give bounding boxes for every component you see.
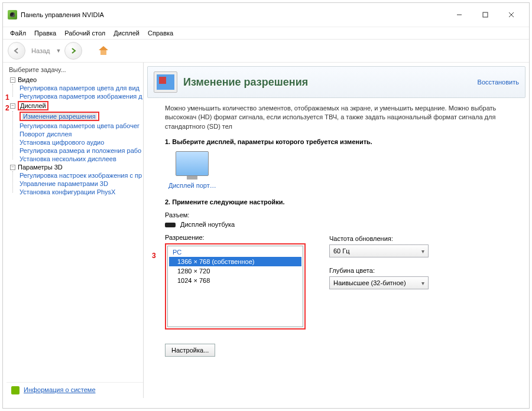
minimize-button[interactable] bbox=[446, 6, 472, 23]
connector-value: Дисплей ноутбука bbox=[180, 221, 235, 228]
display-name-label: Дисплей порт… bbox=[168, 182, 216, 189]
tree-collapse-icon[interactable]: − bbox=[10, 77, 15, 83]
svg-rect-0 bbox=[483, 12, 488, 17]
nav-forward-button[interactable] bbox=[64, 42, 82, 60]
refresh-label: Частота обновления: bbox=[329, 235, 429, 242]
color-depth-combo[interactable]: Наивысшее (32-битное) bbox=[329, 276, 429, 289]
content-area: Изменение разрешения Восстановить Можно … bbox=[144, 63, 529, 398]
menu-display[interactable]: Дисплей bbox=[113, 30, 140, 37]
content-header: Изменение разрешения Восстановить bbox=[147, 66, 525, 98]
toolbar: Назад ▼ bbox=[3, 39, 529, 63]
tree-item[interactable]: Регулировка размера и положения рабо bbox=[20, 146, 143, 155]
step2-heading: 2. Примените следующие настройки. bbox=[165, 198, 514, 206]
tree-collapse-icon[interactable]: − bbox=[10, 103, 15, 109]
menu-desktop[interactable]: Рабочий стол bbox=[64, 30, 105, 37]
connector-label: Разъем: bbox=[165, 211, 514, 218]
tree-item[interactable]: Установка цифрового аудио bbox=[20, 138, 143, 146]
tree-item[interactable]: Поворот дисплея bbox=[20, 130, 143, 138]
restore-link[interactable]: Восстановить bbox=[478, 79, 519, 86]
callout-3: 3 bbox=[152, 252, 156, 260]
sidebar: Выберите задачу... 1 2 − Видео Регулиров… bbox=[3, 63, 144, 398]
tree-item[interactable]: Управление параметрами 3D bbox=[20, 180, 143, 188]
tree-display[interactable]: − Дисплей bbox=[10, 100, 143, 111]
callout-2: 2 bbox=[5, 104, 9, 112]
nvidia-icon bbox=[8, 10, 17, 19]
customize-button[interactable]: Настройка... bbox=[165, 344, 215, 357]
header-monitor-icon bbox=[154, 71, 177, 93]
connector-icon bbox=[165, 223, 176, 227]
select-task-label: Выберите задачу... bbox=[7, 65, 143, 74]
tree-item[interactable]: Регулировка параметров цвета рабочег bbox=[20, 122, 143, 130]
step1-heading: 1. Выберите дисплей, параметры которого … bbox=[165, 138, 514, 145]
callout-1: 1 bbox=[5, 93, 9, 102]
menu-file[interactable]: Файл bbox=[10, 30, 26, 37]
display-thumbnail[interactable]: Дисплей порт… bbox=[168, 151, 216, 189]
close-button[interactable] bbox=[498, 6, 524, 23]
nav-history-dropdown[interactable]: ▼ bbox=[56, 48, 61, 54]
home-icon[interactable] bbox=[98, 45, 109, 57]
description-text: Можно уменьшить количество элементов, от… bbox=[147, 98, 525, 133]
resolution-label: Разрешение: bbox=[165, 234, 306, 241]
tree-collapse-icon[interactable]: − bbox=[10, 165, 15, 170]
maximize-button[interactable] bbox=[472, 6, 498, 23]
monitor-icon bbox=[176, 151, 209, 176]
resolution-group: PC bbox=[169, 247, 301, 257]
resolution-item-selected[interactable]: 1366 × 768 (собственное) bbox=[169, 257, 301, 266]
tree-item-change-resolution[interactable]: Изменение разрешения bbox=[20, 111, 143, 122]
system-info-link[interactable]: Информация о системе bbox=[7, 382, 143, 398]
resolution-item[interactable]: 1280 × 720 bbox=[169, 266, 301, 276]
window-title: Панель управления NVIDIA bbox=[21, 11, 446, 18]
tree-3d[interactable]: − Параметры 3D bbox=[10, 163, 143, 171]
nav-back-button[interactable] bbox=[8, 42, 25, 60]
resolution-listbox[interactable]: PC 1366 × 768 (собственное) 1280 × 720 1… bbox=[167, 246, 303, 327]
color-depth-label: Глубина цвета: bbox=[329, 267, 429, 274]
info-icon bbox=[11, 386, 20, 394]
resolution-item[interactable]: 1024 × 768 bbox=[169, 276, 301, 285]
titlebar: Панель управления NVIDIA bbox=[3, 3, 529, 27]
page-title: Изменение разрешения bbox=[183, 76, 472, 89]
menu-help[interactable]: Справка bbox=[148, 30, 173, 37]
nav-back-label: Назад bbox=[31, 47, 50, 54]
menu-edit[interactable]: Правка bbox=[34, 30, 56, 37]
tree-item[interactable]: Установка конфигурации PhysX bbox=[20, 188, 143, 196]
menubar: Файл Правка Рабочий стол Дисплей Справка bbox=[3, 27, 529, 39]
tree-item[interactable]: Регулировка параметров цвета для вид bbox=[20, 84, 143, 92]
tree-item[interactable]: Регулировка параметров изображения д bbox=[20, 92, 143, 100]
tree-item[interactable]: Установка нескольких дисплеев bbox=[20, 155, 143, 163]
tree-item[interactable]: Регулировка настроек изображения с пр bbox=[20, 171, 143, 180]
tree-video[interactable]: − Видео bbox=[10, 76, 143, 84]
refresh-combo[interactable]: 60 Гц bbox=[329, 244, 429, 257]
